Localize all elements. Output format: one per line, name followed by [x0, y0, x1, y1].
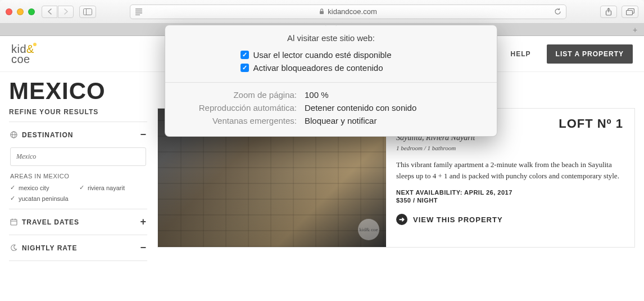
listing-rooms: 1 bedroom / 1 bathroom: [396, 145, 624, 151]
reload-button[interactable]: [554, 8, 561, 15]
facet-destination-label: DESTINATION: [22, 131, 73, 139]
globe-icon: [10, 131, 17, 138]
nav-help[interactable]: HELP: [511, 50, 531, 58]
checkbox-checked-icon[interactable]: ✓: [241, 51, 249, 59]
popover-row-key: Zoom de página:: [179, 90, 297, 100]
tabs-button[interactable]: [622, 6, 638, 18]
minimize-window-button[interactable]: [17, 8, 24, 15]
toolbar-right-group: [600, 6, 638, 18]
forward-button[interactable]: [58, 6, 74, 18]
svg-rect-6: [320, 11, 324, 15]
collapse-icon[interactable]: −: [140, 129, 146, 141]
popover-check-content-blockers[interactable]: ✓ Activar bloqueadores de contenido: [165, 61, 497, 74]
listing-availability: NEXT AVAILABILITY: APRIL 26, 2017: [396, 189, 624, 196]
areas-label: AREAS IN MEXICO: [10, 173, 146, 179]
popover-row-key: Reproducción automática:: [179, 103, 297, 113]
svg-rect-10: [626, 10, 632, 15]
popover-check-label: Usar el lector cuando esté disponible: [253, 50, 422, 60]
image-logo-badge: kid& coe: [358, 219, 379, 240]
popover-row-autoplay[interactable]: Reproducción automática: Detener conteni…: [179, 101, 483, 114]
top-nav: N UP HELP LIST A PROPERTY: [477, 44, 633, 64]
filters-column: MEXICO REFINE YOUR RESULTS DESTINATION −…: [9, 72, 147, 301]
area-item[interactable]: ✓yucatan peninsula: [10, 195, 77, 202]
site-logo[interactable]: kid& coe: [11, 44, 34, 64]
svg-rect-0: [84, 8, 92, 15]
area-item[interactable]: ✓mexico city: [10, 184, 77, 191]
facet-nightly-rate: NIGHTLY RATE −: [9, 235, 147, 261]
close-window-button[interactable]: [6, 8, 12, 15]
areas-list: ✓mexico city ✓riviera nayarit ✓yucatan p…: [10, 184, 146, 202]
svg-rect-14: [11, 219, 17, 225]
area-item[interactable]: ✓riviera nayarit: [79, 184, 146, 191]
browser-toolbar: kidandcoe.com: [0, 0, 644, 24]
calendar-icon: [10, 218, 17, 226]
popover-row-popups[interactable]: Ventanas emergentes: Bloquear y notifica…: [179, 114, 483, 127]
page-title: MEXICO: [9, 78, 147, 105]
destination-input[interactable]: Mexico: [10, 147, 146, 166]
window-controls: [6, 8, 35, 15]
popover-row-zoom[interactable]: Zoom de página: 100 %: [179, 88, 483, 101]
checkmark-icon: ✓: [79, 184, 84, 191]
new-tab-button[interactable]: +: [628, 25, 642, 35]
moon-icon: [10, 244, 17, 251]
url-domain: kidandcoe.com: [328, 7, 377, 16]
collapse-icon[interactable]: −: [140, 242, 146, 254]
popover-settings-grid: Zoom de página: 100 % Reproducción autom…: [165, 83, 497, 136]
listing-price: $350 / NIGHT: [396, 197, 624, 204]
popover-checks: ✓ Usar el lector cuando esté disponible …: [165, 48, 497, 82]
view-property-label: VIEW THIS PROPERTY: [413, 215, 503, 224]
checkmark-icon: ✓: [10, 195, 15, 202]
reader-mode-icon[interactable]: [135, 8, 143, 15]
refine-label: REFINE YOUR RESULTS: [9, 108, 147, 116]
facet-travel-dates-label: TRAVEL DATES: [22, 218, 79, 226]
lock-icon: [319, 8, 324, 15]
facet-nightly-rate-header[interactable]: NIGHTLY RATE −: [10, 242, 146, 254]
facet-destination: DESTINATION − Mexico AREAS IN MEXICO ✓me…: [9, 122, 147, 209]
facet-travel-dates-header[interactable]: TRAVEL DATES +: [10, 216, 146, 228]
sidebar-toggle-button[interactable]: [79, 6, 96, 18]
list-property-button[interactable]: LIST A PROPERTY: [547, 44, 633, 64]
popover-row-value: Detener contenido con sonido: [305, 103, 483, 113]
nav-button-group: [42, 6, 74, 18]
popover-row-value: 100 %: [305, 90, 483, 100]
expand-icon[interactable]: +: [140, 216, 146, 228]
back-button[interactable]: [42, 6, 57, 18]
checkbox-checked-icon[interactable]: ✓: [241, 64, 249, 72]
popover-row-key: Ventanas emergentes:: [179, 116, 297, 125]
checkmark-icon: ✓: [10, 184, 15, 191]
address-bar[interactable]: kidandcoe.com: [130, 5, 566, 19]
arrow-right-icon: ➜: [396, 214, 407, 225]
facet-nightly-rate-label: NIGHTLY RATE: [22, 244, 77, 252]
popover-check-reader[interactable]: ✓ Usar el lector cuando esté disponible: [165, 48, 497, 61]
share-button[interactable]: [600, 6, 617, 18]
popover-row-value: Bloquear y notificar: [305, 116, 483, 125]
view-property-link[interactable]: ➜ VIEW THIS PROPERTY: [396, 214, 624, 225]
website-settings-popover: Al visitar este sitio web: ✓ Usar el lec…: [165, 25, 497, 137]
popover-check-label: Activar bloqueadores de contenido: [253, 63, 422, 73]
logo-line2: coe: [11, 53, 30, 65]
fullscreen-window-button[interactable]: [28, 8, 35, 15]
listing-description: This vibrant family apartment a 2-minute…: [396, 159, 624, 181]
facet-travel-dates: TRAVEL DATES +: [9, 209, 147, 235]
facet-destination-header[interactable]: DESTINATION −: [10, 129, 146, 141]
